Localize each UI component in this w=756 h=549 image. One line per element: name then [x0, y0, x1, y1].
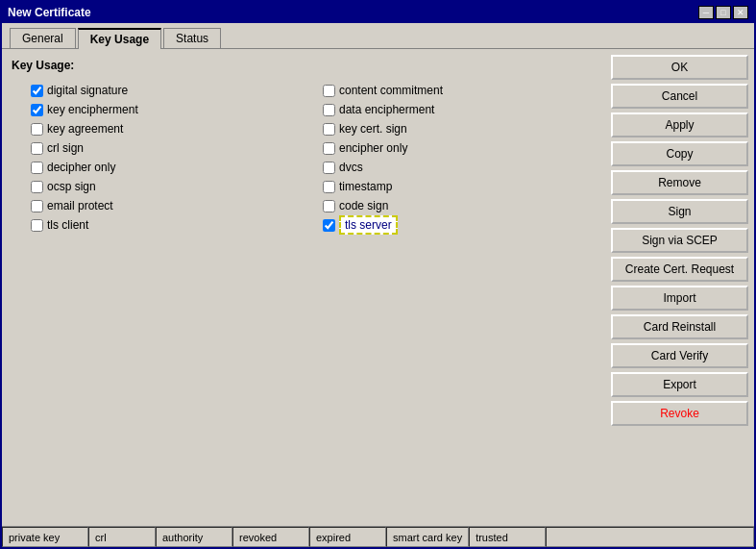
checkbox-decipher-only-label[interactable]: decipher only [47, 161, 115, 174]
checkbox-tls-server: tls server [323, 218, 596, 232]
checkbox-email-protect: email protect [31, 199, 304, 212]
create-cert-request-button[interactable]: Create Cert. Request [611, 257, 748, 282]
checkbox-key-encipherment-input[interactable] [31, 104, 43, 116]
card-verify-button[interactable]: Card Verify [611, 343, 748, 368]
minimize-button[interactable]: ─ [698, 6, 714, 19]
checkbox-key-agreement-input[interactable] [31, 123, 43, 136]
checkbox-key-cert-sign: key cert. sign [323, 122, 596, 136]
tabs-row: General Key Usage Status [2, 23, 754, 48]
checkbox-email-protect-input[interactable] [31, 200, 43, 212]
status-smart-card-key: smart card key [386, 527, 469, 547]
main-window: New Certificate ─ □ ✕ General Key Usage … [0, 0, 756, 549]
title-bar: New Certificate ─ □ ✕ [2, 2, 754, 23]
checkbox-content-commitment-label[interactable]: content commitment [339, 84, 443, 97]
checkbox-code-sign-label[interactable]: code sign [339, 199, 388, 212]
tls-server-highlight: tls server [339, 215, 398, 235]
checkbox-email-protect-label[interactable]: email protect [47, 199, 113, 212]
status-authority: authority [156, 527, 232, 547]
tab-status[interactable]: Status [163, 28, 221, 48]
main-area: Key Usage: digital signature content com… [2, 48, 754, 526]
checkbox-tls-client-label[interactable]: tls client [47, 218, 88, 232]
status-expired: expired [309, 527, 386, 547]
checkbox-tls-server-input[interactable] [323, 219, 335, 232]
tab-key-usage[interactable]: Key Usage [78, 28, 161, 49]
close-button[interactable]: ✕ [733, 6, 748, 19]
window-title: New Certificate [8, 6, 91, 19]
status-private-key: private key [2, 527, 88, 547]
checkbox-key-cert-sign-input[interactable] [323, 123, 335, 136]
checkbox-ocsp-sign-label[interactable]: ocsp sign [47, 180, 96, 193]
import-button[interactable]: Import [611, 286, 748, 311]
checkbox-data-encipherment-input[interactable] [323, 104, 335, 116]
copy-button[interactable]: Copy [611, 141, 748, 166]
checkbox-key-agreement: key agreement [31, 122, 304, 136]
status-trusted: trusted [469, 527, 546, 547]
checkbox-digital-signature-input[interactable] [31, 85, 43, 97]
checkbox-digital-signature-label[interactable]: digital signature [47, 84, 128, 97]
form-panel: Key Usage: digital signature content com… [2, 49, 605, 526]
checkbox-timestamp-input[interactable] [323, 181, 335, 193]
tab-general[interactable]: General [10, 28, 76, 48]
card-reinstall-button[interactable]: Card Reinstall [611, 314, 748, 339]
checkbox-encipher-only-input[interactable] [323, 142, 335, 155]
checkbox-ocsp-sign-input[interactable] [31, 181, 43, 193]
checkbox-decipher-only: decipher only [31, 161, 304, 174]
checkbox-data-encipherment-label[interactable]: data encipherment [339, 103, 434, 116]
checkbox-key-cert-sign-label[interactable]: key cert. sign [339, 122, 407, 136]
checkbox-timestamp-label[interactable]: timestamp [339, 180, 392, 193]
checkbox-decipher-only-input[interactable] [31, 162, 43, 174]
revoke-button[interactable]: Revoke [611, 401, 748, 426]
checkbox-encipher-only-label[interactable]: encipher only [339, 141, 407, 155]
status-revoked: revoked [232, 527, 309, 547]
checkbox-dvcs-label[interactable]: dvcs [339, 161, 363, 174]
title-bar-buttons: ─ □ ✕ [698, 6, 748, 19]
checkbox-tls-client: tls client [31, 218, 304, 232]
buttons-panel: OK Cancel Apply Copy Remove Sign Sign vi… [605, 49, 754, 526]
checkbox-crl-sign-label[interactable]: crl sign [47, 141, 84, 155]
checkboxes-grid: digital signature content commitment key… [12, 80, 596, 236]
key-usage-row: Key Usage: [12, 59, 596, 72]
checkbox-timestamp: timestamp [323, 180, 596, 193]
status-crl: crl [88, 527, 156, 547]
checkbox-data-encipherment: data encipherment [323, 103, 596, 116]
checkbox-crl-sign: crl sign [31, 141, 304, 155]
checkbox-ocsp-sign: ocsp sign [31, 180, 304, 193]
window-content: General Key Usage Status Key Usage: digi… [2, 23, 754, 547]
checkbox-encipher-only: encipher only [323, 141, 596, 155]
sign-via-scep-button[interactable]: Sign via SCEP [611, 228, 748, 253]
checkbox-key-encipherment: key encipherment [31, 103, 304, 116]
remove-button[interactable]: Remove [611, 170, 748, 195]
key-usage-label: Key Usage: [12, 59, 74, 72]
status-empty [546, 527, 754, 547]
checkbox-key-agreement-label[interactable]: key agreement [47, 122, 123, 136]
ok-button[interactable]: OK [611, 55, 748, 80]
checkbox-content-commitment: content commitment [323, 84, 596, 97]
checkbox-code-sign-input[interactable] [323, 200, 335, 212]
maximize-button[interactable]: □ [716, 6, 731, 19]
checkbox-dvcs: dvcs [323, 161, 596, 174]
checkbox-digital-signature: digital signature [31, 84, 304, 97]
checkbox-code-sign: code sign [323, 199, 596, 212]
checkbox-crl-sign-input[interactable] [31, 142, 43, 155]
sign-button[interactable]: Sign [611, 199, 748, 224]
checkbox-tls-server-label[interactable]: tls server [339, 218, 398, 232]
checkbox-dvcs-input[interactable] [323, 162, 335, 174]
apply-button[interactable]: Apply [611, 112, 748, 137]
status-bar: private key crl authority revoked expire… [2, 526, 754, 547]
checkbox-key-encipherment-label[interactable]: key encipherment [47, 103, 138, 116]
export-button[interactable]: Export [611, 372, 748, 397]
checkbox-tls-client-input[interactable] [31, 219, 43, 232]
checkbox-content-commitment-input[interactable] [323, 85, 335, 97]
cancel-button[interactable]: Cancel [611, 84, 748, 109]
